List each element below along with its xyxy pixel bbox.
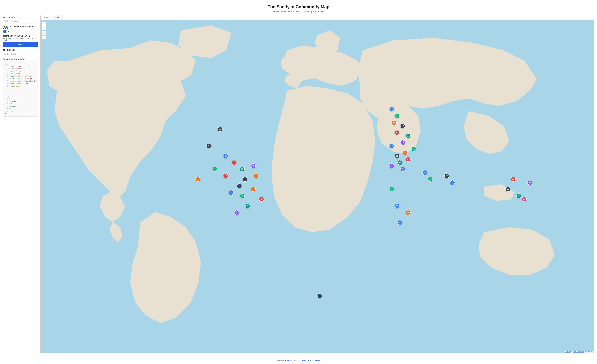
avatar-marker-a37[interactable]: AF [395,204,400,208]
avatar-marker-a7[interactable]: SB [240,167,245,172]
avatar-marker-a17[interactable]: IL [234,210,239,215]
avatar-marker-a18[interactable]: JM [218,127,223,132]
avatar-marker-a31[interactable]: E1 [397,160,402,165]
list-tab-icon: ≡ [55,17,56,19]
avatar-marker-a26[interactable]: EU [389,144,394,148]
distance-sublabel: Allow access to your location to filter … [3,37,38,41]
groq-code: *[ // every person _type == "person" && … [3,61,38,117]
avatar-marker-a19[interactable]: EU [389,107,394,112]
avatar-marker-a25[interactable]: EU [400,140,405,145]
allow-access-button[interactable]: 📍 Allow access [3,42,38,47]
world-map-svg [40,20,594,353]
avatar-marker-a36[interactable]: AF [389,187,394,192]
avatar-marker-a40[interactable]: AS [505,187,510,192]
avatar-marker-a42[interactable]: AS [527,180,532,185]
locate-button[interactable]: ◎ [42,31,46,35]
page-footer: Made with Sanity, Sanity UI, NextJS, and… [0,356,597,364]
avatar-marker-a14[interactable]: FI [251,187,256,192]
avatar-marker-a20[interactable]: EU [395,114,400,119]
leaflet-footer-link[interactable]: Leaflet [314,359,320,362]
avatar-marker-a5[interactable]: AH [223,174,228,178]
subtitle-after: are located. [312,10,324,13]
allow-access-label: Allow access [16,44,28,46]
avatar-marker-a38[interactable]: AF [406,210,411,215]
page-title: The Sanity.io Community Map [3,4,594,9]
tech-icon: ⊞ [4,53,6,55]
avatar-marker-a3[interactable]: RP [212,167,217,172]
avatar-marker-a34[interactable]: IN [444,174,449,178]
search-input-wrapper: 🔍 [3,19,38,23]
sidebar: TEXT SEARCH 🔍 SHOW ONLY PEOPLE AVAILABLE… [3,15,40,353]
avatar-marker-a46[interactable]: AF [397,220,402,225]
zoom-in-button[interactable]: + [42,22,46,26]
community-link[interactable]: people in the Sanity.io community [280,10,312,13]
avatar-marker-a27[interactable]: EU [411,147,416,152]
subtitle-before: Where [273,10,280,13]
technology-input[interactable] [3,52,38,56]
avatar-marker-a32[interactable]: E1 [389,163,394,168]
page-header: The Sanity.io Community Map Where people… [0,0,597,15]
avatar-marker-a1[interactable]: JM [206,144,212,148]
map-attribution: Leaflet | © OpenStreetMap contributors [565,351,593,353]
map-tab-label: Map [46,16,50,19]
tab-map[interactable]: 📍 Map [40,15,53,20]
avatar-marker-a35[interactable]: IN [450,180,455,185]
fullscreen-button[interactable]: ⛶ [42,35,46,39]
tech-input-wrapper: ⊞ [3,52,38,56]
avatar-marker-a9[interactable]: 📍 [231,160,236,165]
avatar-marker-a11[interactable]: CF [237,183,242,188]
text-search-label: TEXT SEARCH [3,16,38,18]
distance-label: DISTANCE TO YOUR LOCATION [3,35,38,37]
work-available-toggle[interactable] [3,30,9,33]
avatar-marker-a47[interactable]: SA [317,293,322,298]
footer-text-after: . [320,359,321,362]
avatar-marker-a12[interactable]: DG [229,190,234,195]
tab-bar: 📍 Map ≡ List [40,15,594,20]
avatar-marker-a22[interactable]: EU [400,123,405,129]
text-search-section: TEXT SEARCH 🔍 [3,16,38,23]
footer-text-before: Made with [277,359,286,362]
osm-link[interactable]: OpenStreetMap [573,351,584,353]
location-icon: 📍 [13,44,16,46]
leaflet-link[interactable]: Leaflet [565,351,570,353]
search-input[interactable] [3,19,38,23]
work-available-section: SHOW ONLY PEOPLE AVAILABLE FOR WORK [3,26,38,33]
map-container[interactable]: + − ◎ ⛶ JMKLRPTWAH₹SBMN📍🔶CFDGEHFIGJHKILJ… [40,20,594,353]
avatar-marker-a29[interactable]: E1 [395,153,400,158]
avatar-marker-a33[interactable]: E1 [400,167,405,172]
groq-section: RESULTING GROQ QUERY: *[ // every person… [3,58,38,117]
avatar-marker-a6[interactable]: ₹ [243,177,248,182]
avatar-marker-a23[interactable]: EU [395,130,400,135]
avatar-marker-a28[interactable]: E1 [403,150,408,155]
work-available-label: SHOW ONLY PEOPLE AVAILABLE FOR WORK [3,26,38,29]
groq-label: RESULTING GROQ QUERY: [3,58,38,60]
main-area: TEXT SEARCH 🔍 SHOW ONLY PEOPLE AVAILABLE… [0,15,597,356]
list-tab-label: List [57,16,60,19]
avatar-marker-a45[interactable]: ME [428,177,433,182]
toggle-row [3,30,38,33]
sanity-link[interactable]: Sanity [286,359,292,362]
page-subtitle: Where people in the Sanity.io community … [3,10,594,13]
distance-section: DISTANCE TO YOUR LOCATION Allow access t… [3,35,38,47]
map-controls: + − ◎ ⛶ [42,22,46,39]
sanity-ui-link[interactable]: Sanity UI [293,359,301,362]
zoom-out-button[interactable]: − [42,26,46,30]
map-area: 📍 Map ≡ List [40,15,594,353]
tab-list[interactable]: ≡ List [53,15,63,20]
avatar-marker-a21[interactable]: EU [392,120,397,125]
avatar-marker-a2[interactable]: KL [223,153,228,158]
search-icon: 🔍 [4,20,7,22]
technology-section: TECHNOLOGY ⊞ [3,49,38,56]
avatar-marker-a10[interactable]: 🔶 [254,174,259,178]
avatar-marker-a16[interactable]: HK [245,204,250,208]
technology-label: TECHNOLOGY [3,49,38,51]
map-tab-icon: 📍 [43,17,45,19]
nextjs-link[interactable]: NextJS [302,359,309,362]
